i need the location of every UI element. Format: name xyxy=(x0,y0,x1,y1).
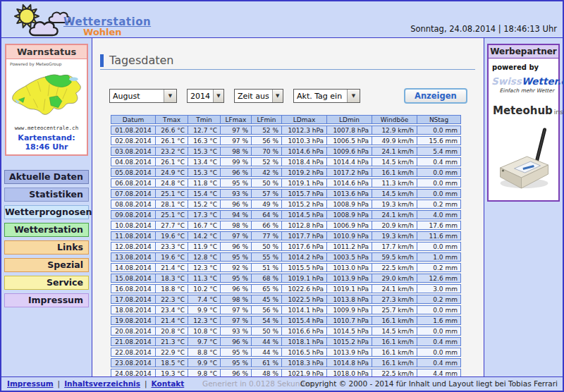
footer-link-inhaltsverzeichnis[interactable]: Inhaltsverzeichnis xyxy=(64,379,140,388)
table-cell: 14.5 km/h xyxy=(372,189,417,198)
table-cell: 1014.5 hPa xyxy=(282,210,327,219)
column-header: Tmax xyxy=(156,115,188,124)
table-cell: 12.3 °C xyxy=(188,316,221,325)
meteohub-device-image[interactable] xyxy=(491,124,556,197)
table-cell: 1014.4 hPa xyxy=(327,157,372,166)
ad-tagline: Einfach mehr Wetter xyxy=(491,87,554,94)
table-cell: 1006.9 hPa xyxy=(327,221,372,230)
table-cell: 12.6 mm xyxy=(417,274,461,283)
cell-date: 04.08.2014 xyxy=(111,157,156,166)
table-row: 23.08.201418.5 °C9.9 °C95 %61 %1018.3 hP… xyxy=(111,358,461,367)
table-cell: 0.0 mm xyxy=(417,189,461,198)
table-cell: 18.8 °C xyxy=(156,284,188,293)
table-cell: 11.9 °C xyxy=(188,242,221,251)
cell-date: 06.08.2014 xyxy=(111,178,156,188)
table-cell: 5.4 mm xyxy=(417,147,461,156)
table-cell: 1010.7 hPa xyxy=(327,316,372,325)
table-cell: 0.0 mm xyxy=(417,348,461,357)
table-cell: 0.0 mm xyxy=(417,178,461,188)
product-name: Meteohub xyxy=(493,104,553,117)
table-cell: 17.7 km/h xyxy=(372,242,417,251)
table-cell: 1015.2 hPa xyxy=(282,200,327,209)
table-cell: 1.6 mm xyxy=(417,316,461,325)
show-button[interactable]: Anzeigen xyxy=(404,88,467,104)
table-cell: 55 % xyxy=(252,252,282,262)
table-row: 05.08.201424.9 °C15.3 °C96 %42 %1019.2 h… xyxy=(111,168,461,177)
table-cell: 95 % xyxy=(221,358,252,367)
cell-date: 19.08.2014 xyxy=(111,316,156,325)
table-cell: 16.1 km/h xyxy=(372,316,417,325)
main-content: Tagesdaten August ▼ 2014 ▼ Zeit aus ▼ Ak… xyxy=(92,38,484,376)
footer-link-impressum[interactable]: Impressum xyxy=(7,379,54,388)
table-cell: 0.4 mm xyxy=(417,157,461,166)
table-cell: 97 % xyxy=(221,316,252,325)
table-cell: 1015.5 hPa xyxy=(282,263,327,272)
table-cell: 1019.1 hPa xyxy=(282,274,327,283)
table-cell: 1019.1 hPa xyxy=(282,178,327,188)
table-cell: 15.3 °C xyxy=(188,168,221,177)
filter-controls: August ▼ 2014 ▼ Zeit aus ▼ Akt. Tag ein … xyxy=(109,88,484,104)
day-select[interactable]: Akt. Tag ein ▼ xyxy=(293,89,360,103)
table-cell: 11.6 mm xyxy=(417,231,461,240)
sidebar-item-impressum[interactable]: Impressum xyxy=(4,293,89,307)
table-cell: 68 % xyxy=(252,274,282,283)
table-row: 14.08.201421.4 °C12.3 °C92 %51 %1015.5 h… xyxy=(111,263,461,272)
table-cell: 14.5 km/h xyxy=(372,326,417,336)
footer-link-kontakt[interactable]: Kontakt xyxy=(152,379,185,388)
sidebar-item-spezial[interactable]: Spezial xyxy=(4,258,89,272)
table-cell: 1015.2 hPa xyxy=(327,337,372,346)
sidebar-item-links[interactable]: Links xyxy=(4,240,89,255)
table-cell: 1013.8 hPa xyxy=(327,295,372,304)
swisswetter-logo[interactable]: SwissWetter.ch xyxy=(491,75,556,87)
table-cell: 26.1 °C xyxy=(156,157,188,166)
table-cell: 9.9 °C xyxy=(188,358,221,367)
cell-date: 01.08.2014 xyxy=(111,125,156,135)
cell-date: 17.08.2014 xyxy=(111,295,156,304)
sidebar-item-aktuelle-daten[interactable]: Aktuelle Daten xyxy=(4,170,89,184)
sidebar-item-wetterprognosen[interactable]: Wetterprognosen xyxy=(4,205,89,219)
table-cell: 1015.4 hPa xyxy=(282,316,327,325)
switzerland-warning-map[interactable] xyxy=(8,66,85,124)
table-row: 16.08.201418.8 °C10.2 °C96 %65 %1022.6 h… xyxy=(111,284,461,293)
page-footer: Impressum|Inhaltsverzeichnis|Kontakt Gen… xyxy=(1,376,563,391)
table-cell: 19.3 km/h xyxy=(372,231,417,240)
sidebar-item-service[interactable]: Service xyxy=(4,276,89,290)
table-cell: 1006.5 hPa xyxy=(327,136,372,145)
cell-date: 15.08.2014 xyxy=(111,274,156,283)
chevron-down-icon: ▼ xyxy=(213,90,223,102)
table-cell: 16.3 °C xyxy=(188,136,221,145)
chevron-down-icon: ▼ xyxy=(164,90,176,102)
page-title: Tagesdaten xyxy=(109,54,173,67)
table-cell: 65 % xyxy=(252,284,282,293)
table-cell: 16.7 °C xyxy=(188,221,221,230)
table-cell: 1014.5 hPa xyxy=(327,326,372,336)
table-row: 09.08.201425.1 °C17.3 °C94 %64 %1014.5 h… xyxy=(111,210,461,219)
month-select[interactable]: August ▼ xyxy=(109,89,177,103)
sidebar-item-wetterstation[interactable]: Wetterstation xyxy=(4,223,89,237)
table-cell: 0.0 mm xyxy=(417,305,461,314)
table-row: 01.08.201426.6 °C12.7 °C97 %52 %1012.3 h… xyxy=(111,125,461,135)
table-row: 20.08.201420.8 °C10.8 °C93 %50 %1016.6 h… xyxy=(111,326,461,336)
table-cell: 27.7 °C xyxy=(156,221,188,230)
sidebar-item-statistiken[interactable]: Statistiken xyxy=(4,188,89,202)
table-cell: 10.2 °C xyxy=(188,284,221,293)
time-select[interactable]: Zeit aus ▼ xyxy=(234,89,283,103)
table-cell: 1012.3 hPa xyxy=(282,125,327,135)
table-cell: 1013.6 hPa xyxy=(327,189,372,198)
table-cell: 1013.9 hPa xyxy=(327,348,372,357)
table-row: 21.08.201421.3 °C9.7 °C96 %44 %1018.1 hP… xyxy=(111,337,461,346)
year-select-value: 2014 xyxy=(188,92,213,101)
footer-links: Impressum|Inhaltsverzeichnis|Kontakt xyxy=(7,379,184,388)
table-cell: 25.1 °C xyxy=(156,210,188,219)
cell-date: 14.08.2014 xyxy=(111,263,156,272)
table-cell: 7.4 °C xyxy=(188,295,221,304)
table-cell: 77 % xyxy=(252,231,282,240)
page-header: Wetterstation Wohlen Sonntag, 24.08.2014… xyxy=(1,1,563,38)
werbepartner-ad[interactable]: powered by SwissWetter.ch Einfach mehr W… xyxy=(489,59,558,200)
table-cell: 1018.0 hPa xyxy=(327,369,372,376)
table-cell: 1003.5 hPa xyxy=(327,252,372,262)
daily-data-table: DatumTmaxTminLFmaxLFminLDmaxLDminWindböe… xyxy=(111,114,461,376)
table-row: 11.08.201419.6 °C14.2 °C97 %77 %1017.7 h… xyxy=(111,231,461,240)
year-select[interactable]: 2014 ▼ xyxy=(187,89,224,103)
table-cell: 50 % xyxy=(252,326,282,336)
